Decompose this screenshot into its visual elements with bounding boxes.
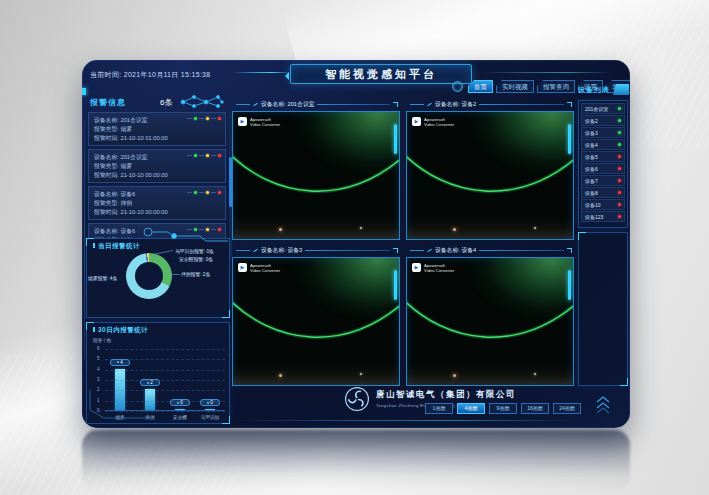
alarm-type: 报警类型: 摔倒: [94, 199, 220, 208]
alarm-info-title: 报警信息: [90, 97, 126, 108]
machinery-silhouette: [233, 217, 399, 239]
apowersoft-watermark: ▶ ApowersoftVideo Converter: [238, 263, 280, 273]
video-title: 设备名称: 设备2: [435, 100, 476, 109]
status-dot: [618, 107, 621, 110]
company-logo-icon: [344, 386, 370, 412]
video-feed: ▶ ApowersoftVideo Converter: [232, 111, 400, 240]
leader-line: [153, 250, 173, 255]
status-dot: [618, 155, 621, 158]
today-stats-title: 当日报警统计: [93, 242, 140, 251]
status-lights: [187, 117, 221, 120]
screen-1-button[interactable]: 1画面: [425, 403, 453, 414]
video-panel-header: 设备名称: 201会议室: [232, 98, 400, 111]
alarm-count: 6条: [160, 97, 172, 108]
product-mockup-stage: 当前时间: 2021年10月11日 15:15:38 智能视觉感知平台 首页 实…: [0, 0, 709, 495]
video-panel-1[interactable]: 设备名称: 201会议室 ▶ ApowersoftVideo Converter: [232, 98, 400, 240]
pie-label-smoke: 烟雾报警: 4条: [88, 275, 117, 281]
screen-16-button[interactable]: 16画面: [521, 403, 549, 414]
leader-line: [171, 274, 180, 275]
today-alarm-stats-panel: 当日报警统计 烟雾报警: 4条 马甲识别报警: 0条 安全帽报警: 0条 摔倒报…: [86, 238, 230, 318]
apowersoft-watermark: ▶ ApowersoftVideo Converter: [412, 117, 454, 127]
screen-24-button[interactable]: 24画面: [553, 403, 581, 414]
pie-label-fall: 摔倒报警: 2条: [181, 271, 210, 277]
dashboard: 当前时间: 2021年10月11日 15:15:38 智能视觉感知平台 首页 实…: [82, 60, 630, 428]
device-detail-panel: [578, 232, 628, 386]
status-dot: [618, 119, 621, 122]
device-row[interactable]: 设备8: [581, 187, 625, 198]
monthly-stats-title: 30日内报警统计: [93, 326, 148, 335]
device-row[interactable]: 设备3: [581, 127, 625, 138]
dashboard-reflection: [82, 430, 630, 492]
status-dot: [618, 215, 621, 218]
device-row[interactable]: 201会议室: [581, 103, 625, 114]
current-time: 当前时间: 2021年10月11日 15:15:38: [90, 70, 211, 80]
video-scrollbar[interactable]: [568, 124, 571, 154]
company-name-cn: 唐山智诚电气（集团）有限公司: [376, 389, 516, 401]
device-list-title: 设备列表: [578, 85, 610, 95]
device-row[interactable]: 设备4: [581, 139, 625, 150]
edge-line: [84, 120, 85, 360]
apowersoft-watermark: ▶ ApowersoftVideo Converter: [412, 263, 454, 273]
status-dot: [618, 143, 621, 146]
device-row[interactable]: 设备5: [581, 151, 625, 162]
status-lights: [187, 154, 221, 157]
nav-emblem-icon: [452, 81, 463, 92]
device-list: 201会议室 设备2 设备3 设备4 设备5 设备6 设备7 设备8 设备10 …: [578, 100, 628, 228]
alarm-card[interactable]: 设备名称: 201会议室 报警类型: 烟雾 报警时间: 21-10-10 00:…: [88, 149, 226, 183]
device-row[interactable]: 设备10: [581, 199, 625, 210]
screen-9-button[interactable]: 9画面: [489, 403, 517, 414]
bar-vest: [205, 409, 215, 410]
bar-helmet: [175, 409, 185, 410]
sidebar-bottom-deco: [594, 394, 612, 414]
page-title: 智能视觉感知平台: [290, 64, 472, 84]
video-panel-3[interactable]: 设备名称: 设备3 ▶ ApowersoftVideo Converter: [232, 244, 400, 386]
video-panel-header: 设备名称: 设备4: [406, 244, 574, 257]
video-panel-4[interactable]: 设备名称: 设备4 ▶ ApowersoftVideo Converter: [406, 244, 574, 386]
video-feed: ▶ ApowersoftVideo Converter: [406, 111, 574, 240]
apowersoft-logo-icon: ▶: [238, 117, 247, 126]
alarm-card[interactable]: 设备名称: 设备6 报警类型: 摔倒 报警时间: 21-10-10 00:00:…: [88, 186, 226, 220]
video-panel-2[interactable]: 设备名称: 设备2 ▶ ApowersoftVideo Converter: [406, 98, 574, 240]
pie-label-helmet: 安全帽报警: 0条: [179, 256, 213, 262]
device-row[interactable]: 设备7: [581, 175, 625, 186]
alarm-time: 报警时间: 21-10-10 01:00:00: [94, 134, 220, 143]
status-dot: [618, 203, 621, 206]
network-nodes-icon: [178, 93, 226, 111]
video-panel-header: 设备名称: 设备3: [232, 244, 400, 257]
edge-marker: [82, 88, 86, 95]
bar-chart-ylabel: 报警个数: [93, 338, 111, 343]
video-scrollbar[interactable]: [394, 124, 397, 154]
device-row[interactable]: 设备2: [581, 115, 625, 126]
alarm-type: 报警类型: 烟雾: [94, 162, 220, 171]
header-deco-line: [482, 72, 612, 73]
apowersoft-watermark: ▶ ApowersoftVideo Converter: [238, 117, 280, 127]
footer-corner-deco: [88, 390, 152, 420]
alarm-time: 报警时间: 21-10-10 00:00:00: [94, 208, 220, 217]
video-feed: ▶ ApowersoftVideo Converter: [232, 257, 400, 386]
circuit-deco: [140, 226, 230, 242]
video-title: 设备名称: 设备3: [261, 246, 302, 255]
video-feed: ▶ ApowersoftVideo Converter: [406, 257, 574, 386]
bar-category-label: 马甲识别: [201, 415, 219, 420]
video-title: 设备名称: 设备4: [435, 246, 476, 255]
status-dot: [618, 191, 621, 194]
video-title: 设备名称: 201会议室: [261, 100, 314, 109]
status-lights: [187, 191, 221, 194]
apowersoft-logo-icon: ▶: [412, 117, 421, 126]
alarm-type: 报警类型: 烟雾: [94, 125, 220, 134]
video-scrollbar[interactable]: [568, 270, 571, 300]
screen-layout-buttons: 1画面 4画面 9画面 16画面 24画面: [425, 403, 581, 414]
machinery-silhouette: [233, 363, 399, 385]
apowersoft-logo-icon: ▶: [412, 263, 421, 272]
video-scrollbar[interactable]: [394, 270, 397, 300]
apowersoft-logo-icon: ▶: [238, 263, 247, 272]
pie-label-vest: 马甲识别报警: 0条: [175, 248, 214, 254]
nav-alarm-query-button[interactable]: 报警查询: [537, 80, 575, 93]
nav-home-button[interactable]: 首页: [468, 80, 493, 93]
device-row[interactable]: 设备123: [581, 211, 625, 222]
alarm-card[interactable]: 设备名称: 201会议室 报警类型: 烟雾 报警时间: 21-10-10 01:…: [88, 112, 226, 146]
screen-4-button[interactable]: 4画面: [457, 403, 485, 414]
nav-live-video-button[interactable]: 实时视频: [496, 80, 534, 93]
video-panel-header: 设备名称: 设备2: [406, 98, 574, 111]
device-row[interactable]: 设备6: [581, 163, 625, 174]
